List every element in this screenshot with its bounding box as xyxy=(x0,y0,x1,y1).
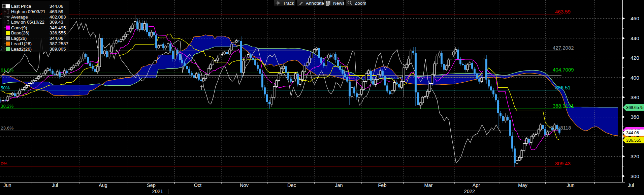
svg-text:460: 460 xyxy=(631,16,639,21)
svg-text:Apr: Apr xyxy=(473,183,480,188)
svg-text:Zoom: Zoom xyxy=(355,1,366,6)
svg-text:463.59: 463.59 xyxy=(50,9,63,14)
svg-text:360: 360 xyxy=(631,114,639,120)
svg-text:400: 400 xyxy=(631,75,639,81)
svg-text:Mar: Mar xyxy=(424,183,433,188)
svg-text:Average: Average xyxy=(11,15,28,20)
svg-text:38.2%: 38.2% xyxy=(1,104,13,109)
svg-text:386.51: 386.51 xyxy=(555,85,571,90)
svg-text:Aug: Aug xyxy=(99,183,107,188)
svg-text:336.555: 336.555 xyxy=(50,30,66,35)
svg-text:404.7009: 404.7009 xyxy=(553,67,574,73)
svg-text:380: 380 xyxy=(631,94,639,100)
svg-text:Base(26): Base(26) xyxy=(11,30,29,35)
svg-text:387.2587: 387.2587 xyxy=(50,41,68,46)
svg-text:440: 440 xyxy=(631,35,639,41)
svg-text:2021: 2021 xyxy=(152,189,163,194)
svg-text:463.59: 463.59 xyxy=(555,9,571,15)
svg-text:309.43: 309.43 xyxy=(50,20,63,25)
svg-text:Track: Track xyxy=(283,1,294,6)
svg-text:50%: 50% xyxy=(1,85,10,90)
svg-text:427.2082: 427.2082 xyxy=(553,45,574,51)
svg-text:320: 320 xyxy=(631,154,639,159)
svg-text:344.06: 344.06 xyxy=(50,36,63,41)
svg-text:344.06: 344.06 xyxy=(626,131,639,135)
svg-text:420: 420 xyxy=(631,55,639,61)
svg-text:Lead1(26): Lead1(26) xyxy=(11,41,32,46)
svg-text:368.3191: 368.3191 xyxy=(553,103,574,109)
svg-text:News: News xyxy=(333,1,345,6)
svg-text:309.43: 309.43 xyxy=(555,161,571,166)
svg-text:Conv(9): Conv(9) xyxy=(11,25,27,30)
svg-text:Last Price: Last Price xyxy=(11,4,31,9)
svg-text:346.495: 346.495 xyxy=(50,25,66,30)
svg-text:402.083: 402.083 xyxy=(50,15,66,20)
svg-text:Oct: Oct xyxy=(194,183,202,188)
svg-text:369.6575: 369.6575 xyxy=(626,105,644,110)
svg-text:Sep: Sep xyxy=(147,183,156,188)
svg-text:344.06: 344.06 xyxy=(50,4,63,9)
svg-text:Feb: Feb xyxy=(378,183,387,188)
svg-text:Nov: Nov xyxy=(240,183,249,188)
svg-text:Lead2(26): Lead2(26) xyxy=(11,47,32,52)
svg-text:May: May xyxy=(518,183,527,188)
svg-text:23.6%: 23.6% xyxy=(1,126,13,131)
svg-text:Jul: Jul xyxy=(52,183,58,188)
svg-text:0%: 0% xyxy=(1,161,7,166)
svg-text:Jul: Jul xyxy=(628,183,634,188)
svg-text:389.805: 389.805 xyxy=(50,47,66,52)
svg-text:345.8118: 345.8118 xyxy=(550,125,571,131)
svg-text:Annotate: Annotate xyxy=(306,1,324,6)
svg-text:2022: 2022 xyxy=(464,189,475,194)
svg-text:Lag(26): Lag(26) xyxy=(11,36,27,41)
svg-text:High on 09/03/21: High on 09/03/21 xyxy=(11,9,45,14)
svg-text:Low on 05/10/22: Low on 05/10/22 xyxy=(11,20,44,25)
svg-text:Jun: Jun xyxy=(3,183,11,188)
svg-text:Jan: Jan xyxy=(335,183,343,188)
svg-text:300: 300 xyxy=(631,173,639,179)
svg-text:336.555: 336.555 xyxy=(626,138,641,143)
svg-text:Dec: Dec xyxy=(287,183,296,188)
svg-text:Jun: Jun xyxy=(567,183,574,188)
